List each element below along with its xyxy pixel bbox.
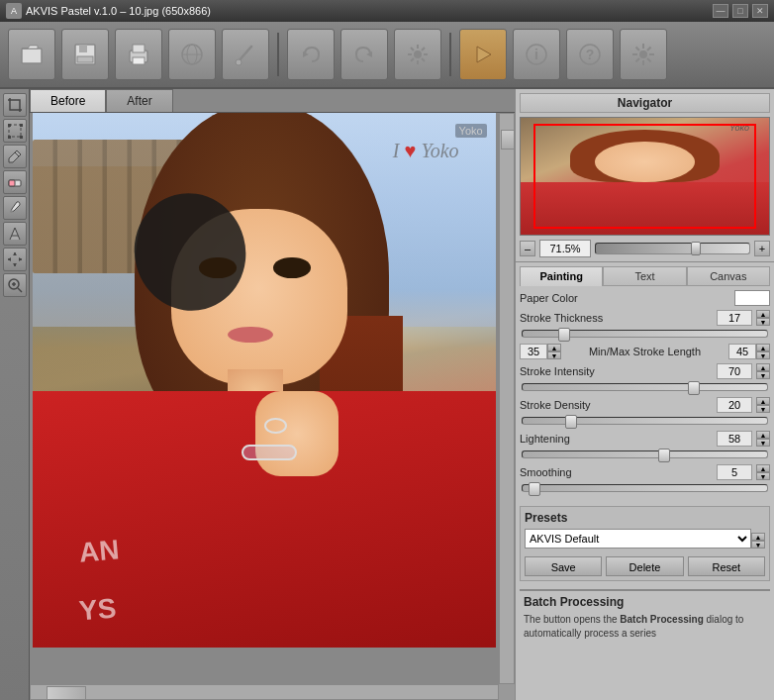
- canvas-area: Before After: [30, 89, 515, 700]
- max-stroke-down[interactable]: ▼: [756, 351, 770, 359]
- stroke-thickness-spinner[interactable]: ▲ ▼: [756, 310, 770, 326]
- crop-tool-button[interactable]: [3, 93, 27, 117]
- min-stroke-value: 35: [520, 344, 547, 359]
- stroke-thickness-down[interactable]: ▼: [756, 318, 770, 326]
- eyedropper-tool-button[interactable]: [3, 196, 27, 220]
- smoothing-slider-row: [520, 484, 770, 492]
- pen-tool-button[interactable]: [3, 222, 27, 246]
- horizontal-scrollbar[interactable]: [30, 684, 499, 700]
- maximize-button[interactable]: □: [732, 4, 748, 18]
- lightening-down[interactable]: ▼: [756, 439, 770, 447]
- smoothing-up[interactable]: ▲: [756, 464, 770, 472]
- save-button[interactable]: [61, 29, 109, 80]
- toolbar-separator-1: [277, 33, 279, 76]
- smoothing-value: 5: [717, 464, 752, 480]
- smoothing-spinner[interactable]: ▲ ▼: [756, 464, 770, 480]
- reset-preset-button[interactable]: Reset: [688, 556, 765, 576]
- run-button[interactable]: [459, 29, 507, 80]
- svg-marker-1: [22, 46, 38, 49]
- svg-text:?: ?: [586, 47, 595, 62]
- web-button[interactable]: [168, 29, 216, 80]
- max-stroke-value: 45: [728, 344, 756, 359]
- zoom-tool-button[interactable]: [3, 273, 27, 297]
- paint-tool-button[interactable]: [3, 145, 27, 168]
- zoom-input[interactable]: [539, 240, 591, 257]
- canvas-viewport[interactable]: AN YS I ♥ Yoko Yoko: [30, 113, 515, 700]
- stroke-intensity-handle[interactable]: [688, 381, 700, 395]
- paper-color-swatch[interactable]: [734, 290, 770, 306]
- lightening-up[interactable]: ▲: [756, 431, 770, 439]
- zoom-plus-button[interactable]: +: [754, 241, 770, 256]
- open-file-button[interactable]: [8, 29, 55, 80]
- presets-spin[interactable]: ▲ ▼: [751, 533, 765, 549]
- transform-tool-button[interactable]: [3, 119, 27, 143]
- smoothing-slider[interactable]: [522, 484, 768, 492]
- stroke-density-up[interactable]: ▲: [756, 397, 770, 405]
- lightening-spinner[interactable]: ▲ ▼: [756, 431, 770, 447]
- minimize-button[interactable]: —: [713, 4, 728, 18]
- zoom-slider[interactable]: [595, 243, 750, 254]
- save-preset-button[interactable]: Save: [525, 556, 602, 576]
- tab-text[interactable]: Text: [603, 266, 686, 286]
- min-stroke-spin-btns[interactable]: ▲ ▼: [547, 344, 561, 359]
- presets-up[interactable]: ▲: [751, 533, 765, 541]
- undo-button[interactable]: [287, 29, 335, 80]
- lightening-slider[interactable]: [522, 450, 768, 458]
- stroke-thickness-slider-row: [520, 330, 770, 338]
- presets-down[interactable]: ▼: [751, 541, 765, 549]
- min-stroke-up[interactable]: ▲: [547, 344, 561, 351]
- close-button[interactable]: ✕: [752, 4, 768, 18]
- svg-rect-0: [22, 49, 42, 63]
- print-button[interactable]: [115, 29, 162, 80]
- stroke-density-handle[interactable]: [565, 415, 577, 429]
- zoom-slider-thumb[interactable]: [691, 242, 701, 255]
- preset-buttons: Save Delete Reset: [525, 556, 765, 576]
- paper-color-row: Paper Color: [520, 290, 770, 306]
- brush-tool-button[interactable]: [222, 29, 269, 80]
- stroke-intensity-slider[interactable]: [522, 383, 768, 391]
- stroke-intensity-value: 70: [717, 363, 752, 379]
- stroke-density-slider[interactable]: [522, 417, 768, 425]
- stroke-intensity-up[interactable]: ▲: [756, 363, 770, 371]
- h-scroll-thumb[interactable]: [47, 686, 86, 700]
- main-content: Before After: [0, 89, 774, 700]
- smoothing-handle[interactable]: [529, 482, 540, 496]
- max-stroke-spin-btns[interactable]: ▲ ▼: [756, 344, 770, 359]
- min-stroke-down[interactable]: ▼: [547, 351, 561, 359]
- lightening-handle[interactable]: [658, 449, 670, 462]
- tab-painting[interactable]: Painting: [520, 266, 603, 286]
- lightening-value: 58: [717, 431, 752, 447]
- svg-rect-6: [133, 45, 145, 52]
- v-scroll-thumb[interactable]: [501, 130, 515, 150]
- stroke-intensity-spinner[interactable]: ▲ ▼: [756, 363, 770, 379]
- delete-preset-button[interactable]: Delete: [606, 556, 683, 576]
- stroke-thickness-up[interactable]: ▲: [756, 310, 770, 318]
- help-button[interactable]: ?: [566, 29, 614, 80]
- after-tab[interactable]: After: [106, 89, 172, 112]
- hand: [255, 391, 339, 476]
- info-button[interactable]: i: [513, 29, 560, 80]
- batch-title: Batch Processing: [524, 595, 766, 609]
- main-photo: AN YS I ♥ Yoko Yoko: [33, 113, 496, 648]
- stroke-intensity-down[interactable]: ▼: [756, 371, 770, 379]
- stroke-density-spinner[interactable]: ▲ ▼: [756, 397, 770, 413]
- stroke-thickness-slider[interactable]: [522, 330, 768, 338]
- max-stroke-up[interactable]: ▲: [756, 344, 770, 351]
- smoothing-down[interactable]: ▼: [756, 472, 770, 480]
- erase-tool-button[interactable]: [3, 170, 27, 194]
- stroke-density-down[interactable]: ▼: [756, 405, 770, 413]
- pan-tool-button[interactable]: [3, 248, 27, 271]
- settings-button[interactable]: [394, 29, 441, 80]
- before-tab[interactable]: Before: [30, 89, 106, 112]
- svg-rect-7: [133, 57, 145, 64]
- presets-dropdown[interactable]: AKVIS Default: [525, 529, 751, 549]
- stroke-thickness-handle[interactable]: [558, 328, 570, 342]
- batch-description: The button opens the Batch Processing di…: [524, 613, 766, 641]
- preferences-button[interactable]: [620, 29, 667, 80]
- title-bar: A AKVIS Pastel v.1.0 – 10.jpg (650x866) …: [0, 0, 774, 22]
- stroke-intensity-slider-row: [520, 383, 770, 391]
- redo-button[interactable]: [340, 29, 388, 80]
- vertical-scrollbar[interactable]: [499, 113, 515, 684]
- tab-canvas[interactable]: Canvas: [687, 266, 770, 286]
- zoom-minus-button[interactable]: –: [520, 241, 535, 256]
